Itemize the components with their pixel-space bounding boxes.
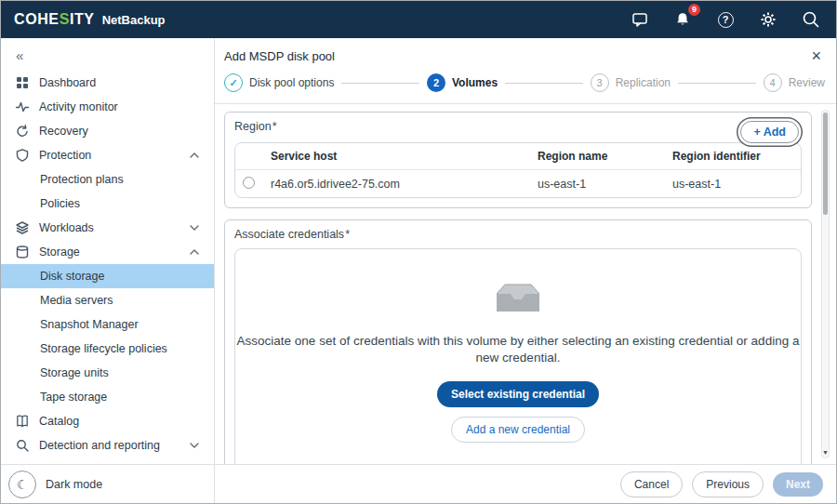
- next-button[interactable]: Next: [773, 472, 823, 497]
- sidebar-item-dashboard[interactable]: Dashboard: [1, 71, 214, 95]
- wizard-content: Region* + Add Service host Region name R…: [215, 104, 836, 464]
- column-header-region-identifier: Region identifier: [672, 150, 801, 163]
- region-table-row[interactable]: r4a6.or5.idrivee2-75.com us-east-1 us-ea…: [235, 170, 801, 197]
- select-existing-credential-button[interactable]: Select existing credential: [437, 381, 599, 407]
- step-number: 3: [591, 73, 609, 92]
- wizard-stepper: ✓ Disk pool options 2 Volumes 3 Replicat…: [215, 66, 836, 104]
- sidebar-item-recovery[interactable]: Recovery: [1, 119, 214, 143]
- sidebar-item-label: Storage lifecycle policies: [40, 342, 167, 355]
- radio-cell: [243, 176, 271, 192]
- sidebar-nav: Dashboard Activity monitor Recovery Prot…: [1, 71, 214, 464]
- sidebar: « Dashboard Activity monitor Recovery Pr…: [1, 38, 215, 503]
- sidebar-item-detection-and-reporting[interactable]: Detection and reporting: [1, 433, 214, 458]
- sidebar-item-label: Snapshot Manager: [40, 318, 139, 331]
- logo-text: COHE: [14, 11, 60, 27]
- add-region-button[interactable]: + Add: [740, 121, 799, 143]
- help-question-mark: ?: [718, 12, 734, 28]
- step-label: Replication: [616, 76, 671, 89]
- step-number: 2: [427, 73, 445, 92]
- sidebar-item-label: Policies: [40, 197, 80, 210]
- magnifier-chart-icon: [15, 438, 30, 453]
- step-number: 4: [764, 73, 782, 92]
- step-check-icon: ✓: [224, 73, 243, 92]
- step-volumes[interactable]: 2 Volumes: [427, 73, 498, 92]
- step-connector: [678, 83, 756, 84]
- main-panel: Add MSDP disk pool × ✓ Disk pool options…: [215, 38, 836, 503]
- add-new-credential-button[interactable]: Add a new credential: [451, 417, 585, 443]
- sidebar-item-activity-monitor[interactable]: Activity monitor: [1, 95, 214, 119]
- activity-monitor-icon: [15, 99, 30, 114]
- vertical-scrollbar[interactable]: ▼: [821, 110, 830, 458]
- sidebar-collapse-icon[interactable]: «: [1, 38, 214, 71]
- sidebar-item-storage-units[interactable]: Storage units: [1, 361, 214, 385]
- sidebar-item-disk-storage[interactable]: Disk storage: [1, 264, 214, 288]
- dark-mode-label: Dark mode: [46, 478, 102, 491]
- dark-mode-toggle[interactable]: ☾ Dark mode: [1, 464, 214, 503]
- sidebar-item-storage[interactable]: Storage: [1, 240, 214, 264]
- sidebar-item-label: Catalog: [39, 415, 79, 428]
- settings-gear-icon[interactable]: [758, 9, 778, 30]
- sidebar-item-workloads[interactable]: Workloads: [1, 216, 214, 240]
- empty-tray-icon: [491, 283, 545, 318]
- logo-text: ITY: [70, 11, 95, 27]
- product-name: NetBackup: [102, 13, 166, 27]
- sidebar-item-label: Recovery: [39, 125, 88, 138]
- help-icon[interactable]: ?: [715, 9, 736, 30]
- region-row-radio[interactable]: [243, 177, 255, 189]
- sidebar-item-label: Detection and reporting: [39, 439, 160, 452]
- cancel-button[interactable]: Cancel: [620, 471, 683, 497]
- sidebar-item-label: Tape storage: [40, 391, 107, 404]
- messages-icon[interactable]: [630, 9, 650, 30]
- credentials-label-text: Associate credentials: [234, 228, 344, 241]
- header-actions: 9 ?: [630, 9, 821, 30]
- sidebar-item-label: Activity monitor: [39, 100, 118, 113]
- scrollbar-thumb[interactable]: [823, 113, 828, 215]
- app-logo: COHESITY NetBackup: [14, 11, 166, 28]
- shield-icon: [15, 148, 30, 163]
- sidebar-item-protection-plans[interactable]: Protection plans: [1, 167, 214, 192]
- chevron-down-icon: [190, 225, 199, 231]
- logo-green-s: S: [60, 11, 70, 27]
- wizard-title-row: Add MSDP disk pool ×: [215, 38, 836, 66]
- chevron-up-icon: [190, 153, 199, 158]
- close-icon[interactable]: ×: [811, 47, 821, 64]
- step-label: Review: [789, 76, 825, 89]
- chevron-down-icon: [190, 443, 199, 448]
- cell-service-host: r4a6.or5.idrivee2-75.com: [271, 178, 538, 191]
- step-review[interactable]: 4 Review: [764, 73, 825, 92]
- sidebar-item-tape-storage[interactable]: Tape storage: [1, 385, 214, 409]
- scroll-down-icon[interactable]: ▼: [822, 449, 829, 456]
- sidebar-item-media-servers[interactable]: Media servers: [1, 288, 214, 312]
- sidebar-item-snapshot-manager[interactable]: Snapshot Manager: [1, 312, 214, 337]
- book-icon: [15, 414, 30, 429]
- required-asterisk: *: [345, 228, 350, 241]
- search-icon[interactable]: [801, 9, 821, 30]
- recovery-icon: [15, 124, 30, 139]
- step-disk-pool-options[interactable]: ✓ Disk pool options: [224, 73, 334, 92]
- region-label: Region*: [234, 120, 802, 133]
- step-replication[interactable]: 3 Replication: [591, 73, 671, 92]
- region-table-header: Service host Region name Region identifi…: [235, 143, 801, 170]
- sidebar-item-catalog[interactable]: Catalog: [1, 409, 214, 433]
- sidebar-item-protection[interactable]: Protection: [1, 143, 214, 167]
- moon-glyph: ☾: [17, 477, 29, 492]
- dashboard-icon: [15, 75, 30, 90]
- sidebar-item-label: Media servers: [40, 294, 113, 307]
- step-connector: [505, 83, 583, 84]
- required-asterisk: *: [272, 120, 277, 133]
- app-window: COHESITY NetBackup 9 ? «: [0, 0, 837, 504]
- credentials-message: Associate one set of credentials with th…: [233, 333, 803, 366]
- step-label: Disk pool options: [249, 76, 334, 89]
- notifications-bell-icon[interactable]: 9: [672, 9, 693, 30]
- sidebar-item-label: Storage units: [40, 366, 109, 379]
- sidebar-item-policies[interactable]: Policies: [1, 192, 214, 216]
- previous-button[interactable]: Previous: [692, 471, 764, 497]
- page-title: Add MSDP disk pool: [224, 49, 335, 63]
- credentials-label: Associate credentials*: [234, 228, 802, 241]
- sidebar-item-label: Storage: [39, 245, 80, 259]
- sidebar-item-storage-lifecycle-policies[interactable]: Storage lifecycle policies: [1, 337, 214, 361]
- sidebar-item-label: Workloads: [39, 221, 94, 234]
- layers-icon: [15, 220, 30, 235]
- top-header: COHESITY NetBackup 9 ?: [1, 1, 836, 38]
- region-table: Service host Region name Region identifi…: [234, 142, 802, 198]
